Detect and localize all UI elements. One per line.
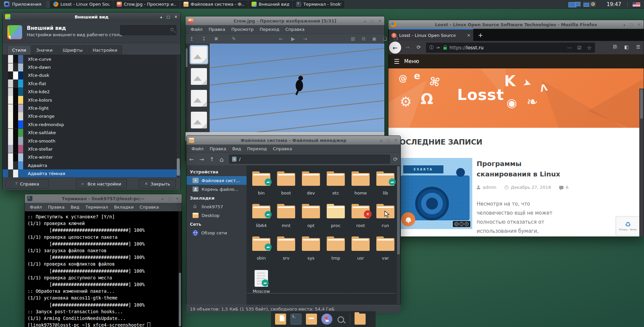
appearance-tab[interactable]: Настройки (88, 45, 122, 55)
forward-button[interactable]: → (199, 156, 204, 163)
viewer-toolbar-icon[interactable]: ⊞ (351, 36, 355, 42)
sidebar-item[interactable]: Корень файло... (186, 185, 247, 194)
thumbnail-scrollbar[interactable] (185, 44, 188, 132)
folder-view-scrollbar-thumb[interactable] (397, 166, 400, 255)
taskbar-button[interactable]: Терминал - linok9757... (293, 1, 344, 8)
file-manager-titlebar[interactable]: Файловая система - Файловый менеджер ▴ ▢… (186, 136, 400, 145)
appearance-tab[interactable]: Шрифты (58, 45, 88, 55)
menu-item[interactable]: Файл (187, 25, 206, 34)
page-actions-icon[interactable]: ⋯ (567, 45, 572, 50)
folder-item[interactable]: ➦ ✕ usr (348, 236, 373, 269)
dock-icon[interactable] (321, 314, 332, 325)
folder-item[interactable]: ➦ ✕ etc (323, 171, 348, 204)
menu-item[interactable]: Терминал (83, 203, 111, 211)
menu-item[interactable]: Переход (257, 25, 282, 34)
hamburger-menu-icon[interactable]: ☰ (636, 44, 640, 50)
folder-item[interactable]: ➦ ✕ boot (274, 171, 299, 204)
appearance-titlebar[interactable]: Внешний вид ▴ ▢ ✕ (3, 12, 180, 21)
menu-item[interactable]: Правка (207, 145, 229, 153)
close-button[interactable]: ✕ (638, 22, 641, 27)
site-menu-label[interactable]: Меню (404, 58, 419, 64)
viewer-toolbar-icon[interactable]: ❐ (393, 36, 397, 41)
menu-item[interactable]: Файл (27, 203, 45, 211)
permissions-icon[interactable]: ✑ (436, 45, 440, 50)
site-info-icon[interactable]: ⓘ (429, 45, 434, 51)
theme-list-item[interactable]: Xfce-redmondxp (3, 120, 180, 128)
sidebar-item[interactable]: Desktop (186, 211, 247, 220)
folder-item[interactable]: ➦ ✕ bin (249, 171, 274, 204)
article-author[interactable]: admin (483, 185, 496, 190)
viewer-toolbar-icon[interactable]: ⊟ (362, 36, 366, 41)
theme-list-item[interactable]: Xfce-kde2 (3, 88, 180, 96)
dock-icon[interactable] (337, 315, 345, 324)
path-bar[interactable]: / (229, 155, 390, 164)
maximize-button[interactable]: ▢ (630, 22, 633, 27)
viewer-toolbar-icon[interactable]: ▶ (291, 36, 295, 42)
bookmark-star-icon[interactable]: ☆ (587, 45, 592, 51)
theme-list-item[interactable]: Xfce-dawn (3, 63, 180, 71)
sidebar-item[interactable]: Файловая сист... (186, 176, 247, 185)
theme-list-item[interactable]: Адвайта тёмная (3, 169, 180, 177)
workspace-switcher[interactable] (567, 1, 597, 8)
folder-item[interactable]: ➦ ✕ sbin (249, 236, 274, 269)
article-title-link[interactable]: Программы сканирования в Linux (477, 159, 560, 179)
reload-button[interactable]: ⟳ (417, 44, 421, 50)
image-thumbnail[interactable] (190, 67, 208, 86)
refresh-icon[interactable]: ⟳ (393, 156, 398, 162)
dock-icon[interactable] (306, 314, 317, 325)
shade-button[interactable]: ▴ (162, 197, 164, 201)
binary-file-item[interactable]: 101001101100001001100011001001 ➦ Moscow (249, 269, 274, 294)
folder-view[interactable]: ➦ ✕ bin ➦ ✕ boot ➦ ✕ dev ➦ ✕ etc ➦ ✕ hom… (247, 165, 400, 305)
taskbar-button[interactable]: Внешний вид (249, 1, 292, 8)
page-scrollbar-thumb[interactable] (640, 89, 643, 119)
up-button[interactable]: ↑ (210, 156, 214, 163)
browser-tab[interactable]: lt Losst - Linux Open Source ✕ (389, 29, 473, 41)
terminal-scrollbar[interactable] (178, 211, 181, 327)
folder-item[interactable]: ➦ ✕ opt (299, 204, 323, 236)
viewer-toolbar-icon[interactable]: ↧ (202, 36, 206, 42)
terminal-scrollbar-thumb[interactable] (179, 273, 181, 326)
shade-button[interactable]: ▴ (364, 19, 366, 23)
image-thumbnail[interactable] (190, 45, 208, 64)
close-button[interactable]: ✕ (394, 138, 397, 143)
viewer-toolbar-icon[interactable]: ▣ (372, 36, 376, 41)
theme-list-item[interactable]: Адвайта (3, 161, 180, 169)
url-bar[interactable]: ⓘ ✑ https://losst.ru ⋯ ☑ ☆ (426, 43, 595, 53)
taskbar-button[interactable]: Crow.jpg - Просмотр и... (114, 1, 179, 8)
close-settings-button[interactable]: ✕ Закрыть (139, 179, 176, 188)
theme-list-scrollbar-thumb[interactable] (177, 158, 180, 176)
dock-icon[interactable] (350, 313, 350, 325)
folder-item[interactable]: ➦ ✕ tmp (323, 236, 348, 269)
close-button[interactable]: ✕ (174, 15, 177, 19)
help-button[interactable]: ? Справка (5, 179, 49, 188)
viewer-titlebar[interactable]: Crow.jpg - Просмотр изображений [5/31] ▴… (185, 16, 384, 25)
menu-item[interactable]: Вид (229, 145, 244, 153)
menu-item[interactable]: Просмотр (228, 25, 257, 34)
taskbar-button[interactable]: Файловая система - Ф... (180, 1, 248, 8)
back-button[interactable]: ← (189, 156, 194, 163)
forward-button[interactable]: → (405, 44, 410, 50)
appearance-tab[interactable]: Значки (32, 45, 57, 55)
viewer-toolbar-icon[interactable]: → (303, 36, 307, 42)
home-button[interactable]: ⌂ (220, 156, 224, 163)
page-scrollbar[interactable] (639, 89, 644, 236)
menu-item[interactable]: Справка (282, 25, 308, 34)
theme-list-item[interactable]: Xfce-winter (3, 153, 180, 161)
sidebar-item[interactable]: Устройства (186, 167, 247, 176)
dock-icon[interactable] (275, 314, 286, 325)
menu-item[interactable]: Правка (206, 25, 228, 34)
close-button[interactable]: ✕ (378, 19, 381, 23)
thumbnail-scrollbar-thumb[interactable] (186, 48, 187, 67)
theme-list[interactable]: Xfce-curve Xfce-dawn Xfce-dusk Xfce-flat… (3, 55, 180, 177)
sidebar-item[interactable]: Закладки (186, 194, 247, 202)
folder-item[interactable]: ➦ ✕ lib (373, 171, 398, 204)
shade-button[interactable]: ▴ (624, 22, 626, 27)
close-button[interactable]: ✕ (176, 197, 179, 201)
subscribe-bell-icon[interactable] (401, 212, 415, 226)
theme-list-item[interactable]: Xfce-flat (3, 79, 180, 88)
theme-list-item[interactable]: Xfce-stellar (3, 145, 180, 153)
folder-item[interactable]: ➦ ✕ run (373, 204, 398, 236)
folder-item[interactable]: ➦ ✕ home (348, 171, 373, 204)
viewer-toolbar-icon[interactable]: ↥ (190, 36, 194, 42)
panel-clock[interactable]: 19:47 (607, 1, 621, 7)
